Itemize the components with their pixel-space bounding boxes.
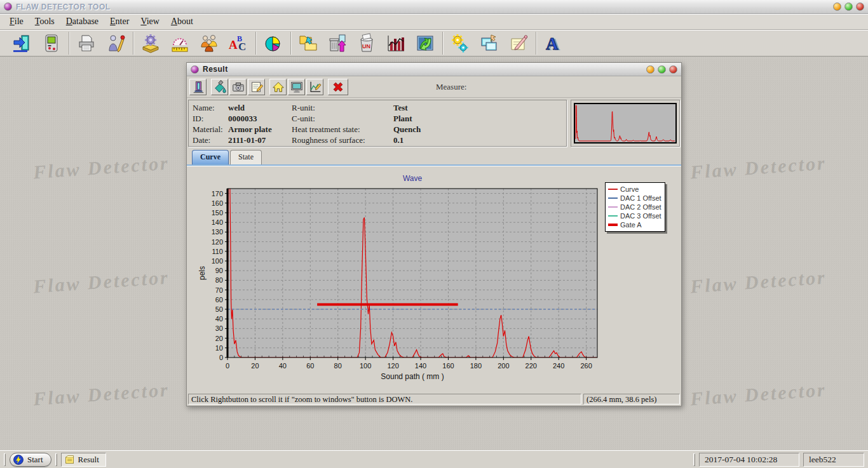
font-button[interactable]: ABC bbox=[227, 32, 250, 54]
exit-button[interactable] bbox=[11, 32, 34, 54]
watermark-text: Flaw Detector bbox=[32, 267, 170, 298]
info-label: Name: bbox=[193, 103, 228, 114]
clock: 2017-07-04 10:02:28 bbox=[699, 453, 799, 467]
restore-button[interactable] bbox=[326, 32, 349, 54]
taskbar-handle[interactable] bbox=[693, 453, 695, 466]
transfer-button[interactable] bbox=[297, 32, 320, 54]
taskbar: Start Result 2017-07-04 10:02:28 leeb522 bbox=[0, 450, 868, 468]
exit-button[interactable] bbox=[189, 79, 207, 95]
svg-text:160: 160 bbox=[212, 199, 223, 207]
transfer-icon bbox=[298, 33, 318, 53]
measure-icon bbox=[308, 80, 322, 94]
task-label: Result bbox=[78, 455, 99, 465]
font-a-button[interactable]: AA bbox=[542, 32, 565, 54]
menu-item-enter[interactable]: Enter bbox=[104, 15, 135, 28]
current-user: leeb522 bbox=[803, 453, 864, 467]
start-button[interactable]: Start bbox=[10, 453, 51, 467]
status-hint: Click Rightbutton to scroll it if "zoom … bbox=[188, 394, 581, 404]
taskbar-handle[interactable] bbox=[55, 453, 57, 466]
result-window-title: Result bbox=[203, 65, 228, 74]
legend-item: DAC 2 Offset bbox=[608, 203, 661, 211]
print-button[interactable] bbox=[75, 32, 98, 54]
svg-text:200: 200 bbox=[498, 362, 509, 370]
app-icon bbox=[4, 3, 12, 11]
result-maximize-button[interactable] bbox=[658, 65, 666, 74]
waveform-preview-panel bbox=[571, 100, 680, 147]
info-value: 2111-01-07 bbox=[228, 135, 292, 146]
fill-button[interactable] bbox=[211, 79, 228, 95]
svg-text:160: 160 bbox=[442, 362, 454, 370]
info-label: Roughness of surface: bbox=[292, 135, 393, 146]
monitor-button[interactable] bbox=[288, 79, 305, 95]
main-toolbar: ABCUNAA bbox=[0, 30, 868, 57]
legend-label: DAC 1 Offset bbox=[620, 194, 661, 202]
tab-state[interactable]: State bbox=[230, 150, 262, 164]
svg-text:50: 50 bbox=[215, 305, 223, 313]
svg-text:UN: UN bbox=[362, 43, 370, 50]
info-label: Heat treatment state: bbox=[292, 124, 393, 135]
task-button-result[interactable]: Result bbox=[61, 453, 106, 467]
refresh-button[interactable] bbox=[414, 32, 437, 54]
result-minimize-button[interactable] bbox=[646, 65, 654, 74]
close-button[interactable] bbox=[856, 3, 864, 11]
svg-text:0: 0 bbox=[226, 362, 229, 370]
svg-text:100: 100 bbox=[212, 257, 223, 265]
taskbar-handle[interactable] bbox=[4, 453, 6, 466]
menu-item-file[interactable]: File bbox=[4, 15, 29, 28]
result-close-button[interactable] bbox=[669, 65, 677, 74]
svg-text:140: 140 bbox=[415, 362, 426, 370]
print-icon bbox=[76, 33, 97, 53]
legend-swatch bbox=[608, 224, 618, 226]
svg-text:60: 60 bbox=[306, 362, 314, 370]
config-button[interactable] bbox=[139, 32, 162, 54]
info-value: 0000033 bbox=[228, 114, 292, 124]
recorder-button[interactable] bbox=[40, 32, 63, 54]
watermark-text: Flaw Detector bbox=[689, 152, 827, 184]
undelete-icon: UN bbox=[356, 33, 377, 53]
home-button[interactable] bbox=[269, 79, 287, 95]
start-label: Start bbox=[27, 455, 43, 465]
svg-text:150: 150 bbox=[212, 209, 223, 217]
camera-button[interactable] bbox=[229, 79, 247, 95]
result-tabs: CurveState bbox=[187, 148, 681, 164]
windows-icon bbox=[479, 33, 499, 53]
svg-text:110: 110 bbox=[212, 248, 223, 255]
notes-button[interactable] bbox=[248, 79, 265, 95]
settings-button[interactable] bbox=[449, 32, 471, 54]
home-icon bbox=[271, 80, 285, 94]
delete-button[interactable] bbox=[328, 79, 348, 95]
camera-icon bbox=[231, 80, 245, 94]
menu-item-view[interactable]: View bbox=[135, 15, 165, 28]
sign-button[interactable] bbox=[507, 32, 530, 54]
delete-icon bbox=[331, 80, 345, 94]
legend-item: DAC 1 Offset bbox=[608, 194, 661, 203]
svg-text:120: 120 bbox=[387, 362, 398, 370]
svg-text:130: 130 bbox=[212, 228, 223, 236]
tab-curve[interactable]: Curve bbox=[192, 150, 229, 164]
svg-text:80: 80 bbox=[334, 362, 342, 370]
users-button[interactable] bbox=[198, 32, 220, 54]
statistics-button[interactable] bbox=[384, 32, 407, 54]
windows-button[interactable] bbox=[478, 32, 501, 54]
watermark-text: Flaw Detector bbox=[32, 152, 170, 184]
calibrate-button[interactable] bbox=[168, 32, 191, 54]
legend-swatch bbox=[608, 206, 618, 208]
calibrate-icon bbox=[170, 33, 190, 53]
pie-chart-button[interactable] bbox=[262, 32, 285, 54]
measure-button[interactable] bbox=[306, 79, 323, 95]
info-value: Quench bbox=[393, 124, 566, 135]
svg-text:Wave: Wave bbox=[403, 174, 423, 183]
restore-icon bbox=[327, 33, 348, 53]
minimize-button[interactable] bbox=[833, 3, 841, 11]
svg-text:60: 60 bbox=[215, 296, 223, 304]
menu-item-about[interactable]: About bbox=[165, 15, 199, 28]
svg-text:40: 40 bbox=[279, 362, 287, 370]
menu-item-database[interactable]: Database bbox=[60, 15, 104, 28]
modify-button[interactable] bbox=[104, 32, 127, 54]
menu-item-tools[interactable]: Tools bbox=[29, 15, 60, 28]
undelete-button[interactable]: UN bbox=[355, 32, 378, 54]
measure-label: Measure: bbox=[436, 82, 466, 92]
info-label: ID: bbox=[193, 114, 228, 124]
svg-text:Sound path ( mm ): Sound path ( mm ) bbox=[381, 372, 444, 381]
maximize-button[interactable] bbox=[844, 3, 853, 11]
